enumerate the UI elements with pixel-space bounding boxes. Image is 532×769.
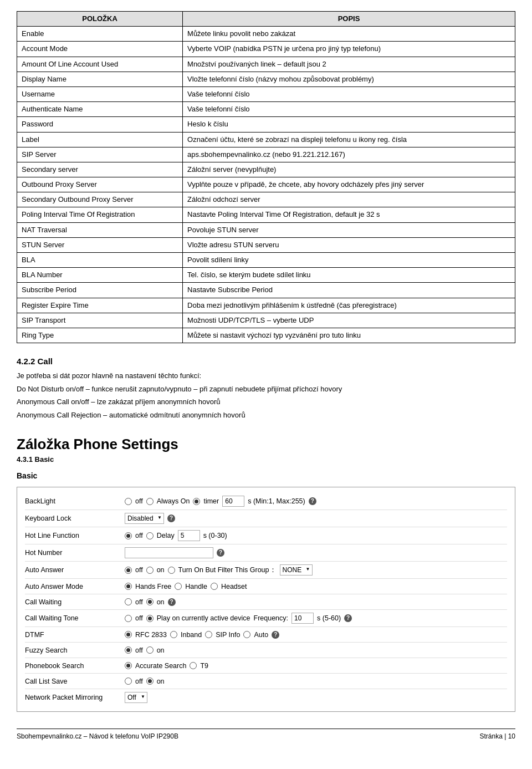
table-cell: Password	[17, 117, 183, 132]
subheading-431: 4.3.1 Basic	[17, 455, 515, 464]
autoanswer-filter-label: Turn On But Filter This Group：	[178, 566, 277, 575]
hotline-label: Hot Line Function	[25, 532, 125, 539]
callwaiting-label: Call Waiting	[25, 598, 125, 606]
backlight-alwayson-label: Always On	[157, 497, 190, 505]
dtmf-auto-radio[interactable]	[243, 631, 250, 638]
hotline-off-radio[interactable]	[125, 532, 132, 539]
callwaitingtone-control: off Play on currently active device Freq…	[125, 613, 352, 624]
table-cell: NAT Traversal	[17, 222, 183, 237]
calllistsave-on-label: on	[157, 678, 165, 685]
dtmf-inband-label: Inband	[181, 631, 202, 639]
autoanswer-row: Auto Answer off on Turn On But Filter Th…	[25, 562, 507, 579]
phonebooksearch-control: Accurate Search T9	[125, 662, 208, 670]
keyboard-lock-label: Keyboard Lock	[25, 515, 125, 522]
calllistsave-on-radio[interactable]	[146, 678, 154, 685]
table-cell: Vaše telefonní číslo	[183, 86, 515, 101]
autoanswer-off-radio[interactable]	[125, 567, 132, 574]
backlight-timer-input[interactable]	[222, 496, 244, 507]
backlight-label: BackLight	[25, 497, 125, 505]
keyboard-lock-select[interactable]: Disabled	[125, 513, 164, 524]
hotline-hint: s (0-30)	[203, 532, 227, 539]
callwaiting-off-label: off	[135, 598, 143, 606]
fuzzysearch-off-label: off	[135, 646, 143, 654]
fuzzysearch-row: Fuzzy Search off on	[25, 643, 507, 658]
basic-label: Basic	[17, 471, 515, 480]
keyboard-lock-row: Keyboard Lock Disabled ?	[25, 510, 507, 527]
section-422-line3: Anonymous Call on/off – lze zakázat příj…	[17, 396, 515, 408]
col1-header: POLOŽKA	[17, 12, 183, 27]
backlight-help-icon[interactable]: ?	[309, 497, 316, 505]
phonebooksearch-accurate-radio[interactable]	[125, 662, 132, 669]
table-cell: Display Name	[17, 72, 183, 86]
col2-header: POPIS	[183, 12, 515, 27]
dtmf-sipinfo-radio[interactable]	[205, 631, 212, 638]
hotline-control: off Delay s (0-30)	[125, 530, 227, 541]
autoanswer-control: off on Turn On But Filter This Group： NO…	[125, 564, 313, 576]
table-cell: Label	[17, 132, 183, 147]
autoanswer-on-radio[interactable]	[146, 567, 154, 574]
calllistsave-row: Call List Save off on	[25, 674, 507, 689]
hotline-delay-input[interactable]	[178, 530, 200, 541]
hotnumber-help-icon[interactable]: ?	[217, 549, 224, 557]
callwaiting-help-icon[interactable]: ?	[168, 598, 176, 606]
backlight-alwayson-radio[interactable]	[146, 498, 154, 505]
phonebooksearch-row: Phonebook Search Accurate Search T9	[25, 658, 507, 674]
table-cell: Doba mezi jednotlivým přihlášením k ústř…	[183, 298, 515, 313]
autoanswer-mode-label: Auto Answer Mode	[25, 583, 125, 590]
callwaitingtone-freq-label: Frequency:	[254, 614, 289, 622]
section-422-line4: Anonymous Call Rejection – automatické o…	[17, 410, 515, 421]
autoanswer-group-select[interactable]: NONE	[280, 564, 313, 576]
table-cell: Povolit sdílení linky	[183, 253, 515, 268]
autoanswer-on-label: on	[157, 566, 165, 574]
autoanswer-mode-control: Hands Free Handle Headset	[125, 583, 247, 590]
networkpacket-control: Off On	[125, 692, 147, 703]
table-cell: Tel. číslo, se kterým budete sdílet link…	[183, 268, 515, 283]
phonebooksearch-t9-label: T9	[200, 662, 208, 670]
dtmf-help-icon[interactable]: ?	[272, 631, 279, 639]
keyboard-lock-help-icon[interactable]: ?	[167, 515, 175, 522]
callwaiting-on-radio[interactable]	[146, 598, 154, 605]
calllistsave-label: Call List Save	[25, 678, 125, 685]
backlight-off-radio[interactable]	[125, 498, 132, 505]
table-cell: Authenticate Name	[17, 102, 183, 117]
fuzzysearch-off-radio[interactable]	[125, 646, 132, 654]
calllistsave-off-radio[interactable]	[125, 678, 132, 685]
section-422-heading: 4.2.2 Call	[17, 357, 515, 366]
callwaitingtone-play-label: Play on currently active device	[157, 614, 250, 622]
table-cell: Povoluje STUN server	[183, 222, 515, 237]
table-cell: SIP Server	[17, 147, 183, 162]
dtmf-auto-label: Auto	[254, 631, 268, 639]
callwaitingtone-label: Call Waiting Tone	[25, 614, 125, 622]
backlight-timer-radio[interactable]	[193, 498, 200, 505]
fuzzysearch-on-label: on	[157, 646, 165, 654]
callwaiting-off-radio[interactable]	[125, 598, 132, 605]
networkpacket-select[interactable]: Off On	[125, 692, 147, 703]
table-cell: Vaše telefonní číslo	[183, 102, 515, 117]
callwaitingtone-off-label: off	[135, 614, 143, 622]
table-cell: aps.sbohempevnalinko.cz (nebo 91.221.212…	[183, 147, 515, 162]
callwaitingtone-help-icon[interactable]: ?	[344, 614, 352, 622]
dtmf-inband-radio[interactable]	[170, 631, 177, 638]
autoanswer-filter-radio[interactable]	[168, 567, 175, 574]
table-cell: BLA Number	[17, 268, 183, 283]
autoanswer-headset-radio[interactable]	[211, 583, 218, 590]
phonebooksearch-t9-radio[interactable]	[190, 662, 197, 669]
callwaitingtone-row: Call Waiting Tone off Play on currently …	[25, 610, 507, 627]
callwaitingtone-freq-input[interactable]	[291, 613, 314, 624]
networkpacket-row: Network Packet Mirroring Off On	[25, 689, 507, 706]
large-heading-phone: Záložka Phone Settings	[17, 436, 515, 453]
hotline-off-label: off	[135, 532, 143, 539]
callwaitingtone-off-radio[interactable]	[125, 615, 132, 622]
section-422-line2: Do Not Disturb on/off – funkce nerušit z…	[17, 384, 515, 395]
table-cell: Vyplňte pouze v případě, že chcete, aby …	[183, 177, 515, 192]
autoanswer-handle-radio[interactable]	[175, 583, 182, 590]
hotnumber-input[interactable]	[125, 547, 213, 558]
dtmf-rfc-radio[interactable]	[125, 631, 132, 638]
autoanswer-handsfree-radio[interactable]	[125, 583, 132, 590]
table-cell: Nastavte Poling Interval Time Of Registr…	[183, 207, 515, 222]
table-cell: Enable	[17, 27, 183, 42]
callwaitingtone-play-radio[interactable]	[146, 615, 154, 622]
table-cell: Vyberte VOIP (nabídka PSTN je určena pro…	[183, 42, 515, 57]
fuzzysearch-on-radio[interactable]	[146, 646, 154, 654]
hotline-delay-radio[interactable]	[146, 532, 154, 539]
